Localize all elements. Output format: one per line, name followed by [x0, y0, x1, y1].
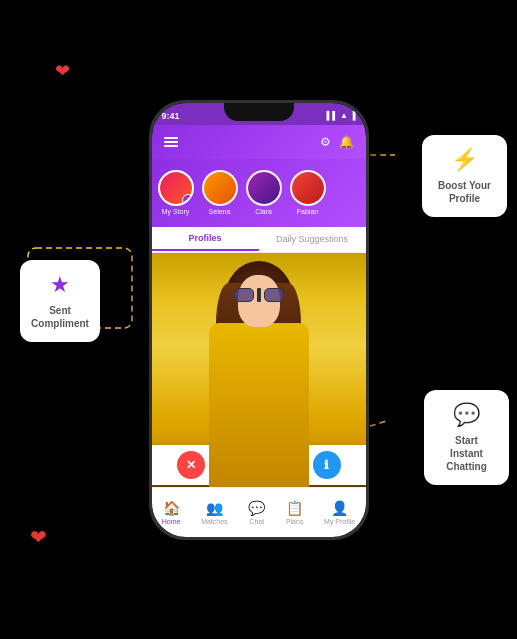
info-button[interactable]: ℹ [313, 451, 341, 479]
nav-plans-label: Plans [286, 518, 304, 525]
filter-icon[interactable]: ⚙ [320, 135, 331, 149]
story-name-fabian: Fabian [297, 208, 318, 215]
tab-profiles[interactable]: Profiles [152, 227, 259, 251]
start-chatting-card[interactable]: 💬 Start Instant Chatting [424, 390, 509, 485]
boost-profile-label: Boost Your Profile [436, 179, 493, 205]
nav-matches[interactable]: 👥 Matches [201, 500, 227, 525]
nav-chat[interactable]: 💬 Chat [248, 500, 265, 525]
story-avatar-selena [202, 170, 238, 206]
chat-icon: 💬 [453, 402, 480, 428]
story-my-story[interactable]: + My Story [158, 170, 194, 215]
profile-tabs: Profiles Daily Suggestions [152, 227, 366, 253]
header-icons: ⚙ 🔔 [320, 135, 354, 149]
app-header: ⚙ 🔔 [152, 125, 366, 159]
sent-compliment-label: Sent Compliment [31, 304, 89, 330]
nav-my-profile[interactable]: 👤 My Profile [324, 500, 355, 525]
boost-profile-card[interactable]: ⚡ Boost Your Profile [422, 135, 507, 217]
star-icon: ★ [50, 272, 70, 298]
boost-icon: ⚡ [451, 147, 478, 173]
matches-icon: 👥 [206, 500, 223, 516]
story-clara[interactable]: Clara [246, 170, 282, 215]
stories-row: + My Story Selena Clara Fabian [152, 159, 366, 227]
story-selena[interactable]: Selena [202, 170, 238, 215]
sent-compliment-card[interactable]: ★ Sent Compliment [20, 260, 100, 342]
plans-icon: 📋 [286, 500, 303, 516]
phone-notch [224, 103, 294, 121]
nav-plans[interactable]: 📋 Plans [286, 500, 304, 525]
story-avatar-clara [246, 170, 282, 206]
phone-screen: 9:41 ▌▌ ▲ ▐ ⚙ 🔔 + My S [152, 103, 366, 537]
nav-chat-label: Chat [249, 518, 264, 525]
start-chatting-label: Start Instant Chatting [438, 434, 495, 473]
story-name-my-story: My Story [162, 208, 190, 215]
status-time: 9:41 [162, 111, 180, 121]
nav-my-profile-label: My Profile [324, 518, 355, 525]
story-fabian[interactable]: Fabian [290, 170, 326, 215]
nav-matches-label: Matches [201, 518, 227, 525]
nav-home-label: Home [162, 518, 181, 525]
home-icon: 🏠 [163, 500, 180, 516]
nav-home[interactable]: 🏠 Home [162, 500, 181, 525]
heart-decoration-3: ❤ [30, 525, 47, 549]
hamburger-menu[interactable] [164, 137, 178, 147]
story-avatar-fabian [290, 170, 326, 206]
notification-icon[interactable]: 🔔 [339, 135, 354, 149]
chat-nav-icon: 💬 [248, 500, 265, 516]
heart-decoration-1: ❤ [55, 60, 70, 82]
bottom-nav: 🏠 Home 👥 Matches 💬 Chat 📋 Plans 👤 My Pro… [152, 487, 366, 537]
story-avatar-my-story: + [158, 170, 194, 206]
my-profile-icon: 👤 [331, 500, 348, 516]
story-name-clara: Clara [255, 208, 272, 215]
status-icons: ▌▌ ▲ ▐ [327, 111, 356, 120]
story-name-selena: Selena [209, 208, 231, 215]
phone-mockup: 9:41 ▌▌ ▲ ▐ ⚙ 🔔 + My S [149, 100, 369, 540]
dislike-button[interactable]: ✕ [177, 451, 205, 479]
tab-daily-suggestions[interactable]: Daily Suggestions [259, 228, 366, 250]
